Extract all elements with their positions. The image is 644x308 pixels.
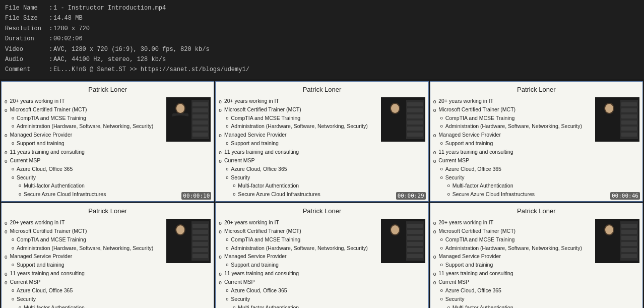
thumb-image-1 [166,97,211,142]
bullet-4-8: Current MSP [5,278,164,286]
svg-rect-26 [621,114,637,118]
bullet-5-7: 11 years training and consulting [219,270,378,278]
svg-rect-5 [192,114,208,118]
bullet-1-12: Secure Azure Cloud Infrastructures [5,191,164,199]
bullet-2-7: 11 years training and consulting [219,148,378,156]
meta-label-duration: Duration [5,34,45,44]
metadata-row-filesize: File Size : 14.48 MB [5,13,639,23]
bullet-5-5: Managed Service Provider [219,253,378,261]
bullet-1-6: Support and training [5,140,164,148]
bullet-5-10: Security [219,295,378,303]
bullet-1-1: 20+ years working in IT [5,97,164,105]
bullet-6-1: 20+ years working in IT [433,219,593,227]
meta-value-filesize: 14.48 MB [53,13,83,23]
bullet-3-12: Secure Azure Cloud Infrastructures [433,191,593,199]
thumb-timestamp-2: 00:00:29 [396,192,426,200]
thumbnail-6: Patrick Loner 20+ years working in IT Mi… [430,203,643,308]
bullet-4-4: Administration (Hardware, Software, Netw… [5,244,164,253]
thumb-title-6: Patrick Loner [430,203,642,217]
bullet-3-9: Azure Cloud, Office 365 [433,165,593,173]
thumbnail-3: Patrick Loner 20+ years working in IT Mi… [430,81,643,202]
thumb-image-6 [595,219,639,263]
thumb-image-5 [381,219,425,263]
bullet-4-3: CompTIA and MCSE Training [5,236,164,244]
meta-value-audio: AAC, 44100 Hz, stereo, 128 kb/s [53,54,166,65]
bullet-1-3: CompTIA and MCSE Training [5,114,164,122]
thumbnail-1: Patrick Loner 20+ years working in IT Mi… [1,81,214,202]
meta-label-comment: Comment [5,65,45,75]
svg-rect-27 [621,120,637,125]
bullet-5-1: 20+ years working in IT [219,219,378,227]
bullet-5-8: Current MSP [219,278,378,286]
thumb-row-1: Patrick Loner 20+ years working in IT Mi… [1,81,643,202]
bullet-6-3: CompTIA and MCSE Training [433,236,593,244]
bullet-5-9: Azure Cloud, Office 365 [219,287,378,295]
bullet-6-6: Support and training [433,261,593,269]
meta-value-comment: EL...K!nG @ Sanet.ST >> https://sanet.st… [53,65,249,75]
bullet-2-2: Microsoft Certified Trainer (MCT) [219,106,378,114]
svg-rect-55 [621,230,637,234]
thumb-text-4: 20+ years working in IT Microsoft Certif… [5,219,166,308]
svg-point-11 [176,104,184,113]
svg-rect-34 [192,224,208,228]
svg-rect-37 [192,242,208,246]
thumb-content-2: 20+ years working in IT Microsoft Certif… [216,95,428,201]
svg-rect-49 [407,254,423,258]
bullet-1-2: Microsoft Certified Trainer (MCT) [5,106,164,114]
meta-label-filesize: File Size [5,13,45,23]
bullet-6-8: Current MSP [433,278,593,286]
bullet-2-8: Current MSP [219,157,378,165]
thumbnail-5: Patrick Loner 20+ years working in IT Mi… [215,203,428,308]
svg-rect-17 [407,120,423,125]
thumb-image-4 [166,219,211,263]
svg-point-31 [605,104,613,113]
metadata-row-filename: File Name : 1 - Instructor Introduction.… [5,3,639,13]
bullet-5-4: Administration (Hardware, Software, Netw… [219,244,378,253]
thumb-content-4: 20+ years working in IT Microsoft Certif… [2,217,214,308]
bullet-2-12: Secure Azure Cloud Infrastructures [219,191,378,199]
svg-rect-4 [192,108,208,112]
bullet-2-9: Azure Cloud, Office 365 [219,165,378,173]
bullet-1-8: Current MSP [5,157,164,165]
thumb-content-5: 20+ years working in IT Microsoft Certif… [216,217,428,308]
svg-rect-29 [621,133,637,137]
thumb-title-4: Patrick Loner [2,203,214,217]
bullet-5-11: Multi-factor Authentication [219,304,378,308]
bullet-6-4: Administration (Hardware, Software, Netw… [433,244,593,253]
bullet-1-9: Azure Cloud, Office 365 [5,165,164,173]
metadata-row-comment: Comment : EL...K!nG @ Sanet.ST >> https:… [5,65,639,75]
bullet-6-5: Managed Service Provider [433,253,593,261]
svg-rect-48 [407,248,423,252]
bullet-6-10: Security [433,295,593,303]
svg-point-51 [391,225,399,234]
thumb-timestamp-1: 00:00:10 [181,192,211,200]
bullet-1-11: Multi-factor Authentication [5,182,164,190]
svg-rect-28 [621,127,637,131]
thumb-text-3: 20+ years working in IT Microsoft Certif… [433,97,595,199]
svg-rect-56 [621,236,637,240]
svg-rect-6 [192,120,208,125]
bullet-2-10: Security [219,174,378,182]
thumbnails-section: Patrick Loner 20+ years working in IT Mi… [0,79,644,308]
bullet-4-6: Support and training [5,261,164,269]
metadata-row-resolution: Resolution : 1280 x 720 [5,24,639,34]
bullet-3-10: Security [433,174,593,182]
thumb-timestamp-3: 00:00:46 [610,192,640,200]
thumbnail-4: Patrick Loner 20+ years working in IT Mi… [1,203,214,308]
bullet-4-1: 20+ years working in IT [5,219,164,227]
bullet-2-3: CompTIA and MCSE Training [219,114,378,122]
bullet-2-6: Support and training [219,140,378,148]
svg-rect-46 [407,236,423,240]
svg-rect-7 [192,127,208,131]
bullet-4-9: Azure Cloud, Office 365 [5,287,164,295]
metadata-panel: File Name : 1 - Instructor Introduction.… [0,0,644,79]
bullet-2-4: Administration (Hardware, Software, Netw… [219,122,378,131]
bullet-5-6: Support and training [219,261,378,269]
bullet-5-2: Microsoft Certified Trainer (MCT) [219,227,378,235]
thumb-image-2 [381,97,425,142]
thumb-content-3: 20+ years working in IT Microsoft Certif… [430,95,642,201]
bullet-3-2: Microsoft Certified Trainer (MCT) [433,106,593,114]
meta-label-resolution: Resolution [5,24,45,34]
bullet-3-7: 11 years training and consulting [433,148,593,156]
bullet-4-7: 11 years training and consulting [5,270,164,278]
